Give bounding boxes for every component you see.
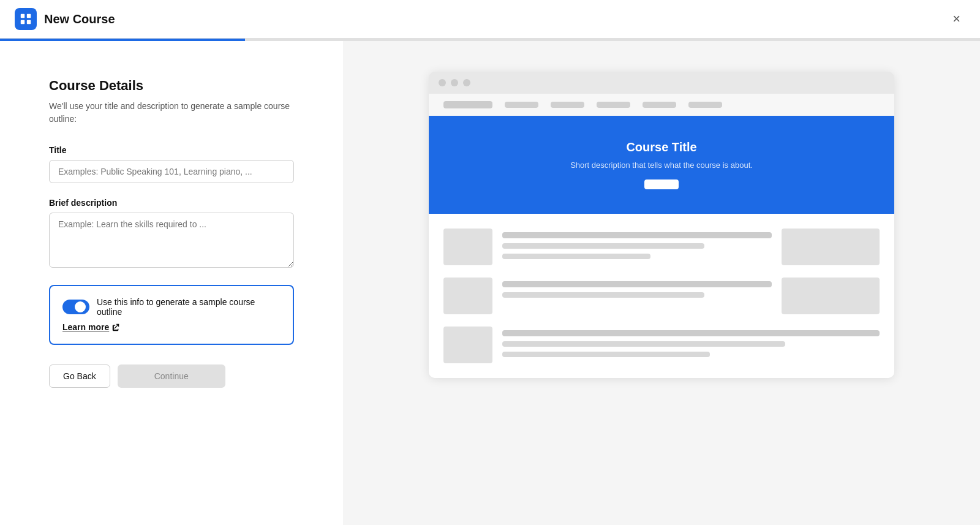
modal-header: New Course × <box>0 0 980 39</box>
description-field-group: Brief description <box>49 198 294 270</box>
close-button[interactable]: × <box>948 10 965 28</box>
nav-item-1 <box>505 102 538 108</box>
right-panel: Course Title Short description that tell… <box>343 41 980 525</box>
title-input[interactable] <box>49 160 294 183</box>
toggle-section: Use this info to generate a sample cours… <box>49 285 294 345</box>
go-back-button[interactable]: Go Back <box>49 364 110 388</box>
content-line-3b <box>502 341 785 347</box>
titlebar-dot-1 <box>439 79 446 86</box>
titlebar-dot-3 <box>463 79 470 86</box>
nav-item-5 <box>688 102 722 108</box>
nav-logo-placeholder <box>443 101 492 108</box>
preview-course-title: Course Title <box>626 140 696 154</box>
app-icon <box>15 8 37 30</box>
learn-more-link[interactable]: Learn more <box>62 322 120 332</box>
content-line-2b <box>502 292 704 298</box>
button-row: Go Back Continue <box>49 364 294 388</box>
content-lines-1 <box>502 229 772 259</box>
toggle-label-text: Use this info to generate a sample cours… <box>97 297 281 317</box>
content-row-1 <box>443 229 880 265</box>
content-lines-3 <box>502 327 880 357</box>
toggle-slider <box>62 300 89 314</box>
section-title: Course Details <box>49 78 294 94</box>
titlebar-dot-2 <box>451 79 458 86</box>
section-subtitle: We'll use your title and description to … <box>49 100 294 126</box>
content-line-3a <box>502 330 880 336</box>
left-panel: Course Details We'll use your title and … <box>0 41 343 525</box>
content-lines-2 <box>502 278 772 298</box>
preview-cta-button <box>644 179 679 189</box>
svg-rect-2 <box>21 20 24 24</box>
description-label: Brief description <box>49 198 294 208</box>
preview-titlebar <box>429 72 894 94</box>
content-line-1a <box>502 232 772 238</box>
preview-hero: Course Title Short description that tell… <box>429 116 894 214</box>
nav-item-2 <box>551 102 584 108</box>
nav-item-4 <box>643 102 676 108</box>
modal-container: New Course × Course Details We'll use yo… <box>0 0 980 525</box>
preview-course-subtitle: Short description that tells what the co… <box>570 161 753 170</box>
svg-rect-1 <box>27 14 31 18</box>
content-thumb-1 <box>443 229 492 265</box>
content-line-1b <box>502 243 704 249</box>
toggle-row: Use this info to generate a sample cours… <box>62 297 281 317</box>
grid-icon <box>19 12 32 26</box>
learn-more-text: Learn more <box>62 322 109 332</box>
content-line-1c <box>502 254 650 259</box>
modal-title: New Course <box>44 12 115 26</box>
title-label: Title <box>49 145 294 155</box>
content-line-3c <box>502 352 710 357</box>
preview-content <box>429 214 894 378</box>
content-thumb-right-2 <box>782 278 880 314</box>
continue-button[interactable]: Continue <box>118 364 225 388</box>
svg-rect-3 <box>27 20 31 24</box>
content-thumb-right-1 <box>782 229 880 265</box>
content-line-2a <box>502 281 772 287</box>
svg-rect-0 <box>21 14 24 18</box>
preview-nav <box>429 94 894 116</box>
modal-body: Course Details We'll use your title and … <box>0 41 980 525</box>
content-row-2 <box>443 278 880 314</box>
external-link-icon <box>111 323 120 331</box>
header-left: New Course <box>15 8 115 30</box>
title-field-group: Title <box>49 145 294 183</box>
nav-item-3 <box>597 102 630 108</box>
content-row-3 <box>443 327 880 363</box>
content-thumb-3 <box>443 327 492 363</box>
description-input[interactable] <box>49 213 294 268</box>
generate-outline-toggle[interactable] <box>62 300 89 314</box>
preview-window: Course Title Short description that tell… <box>429 72 894 378</box>
content-thumb-2 <box>443 278 492 314</box>
